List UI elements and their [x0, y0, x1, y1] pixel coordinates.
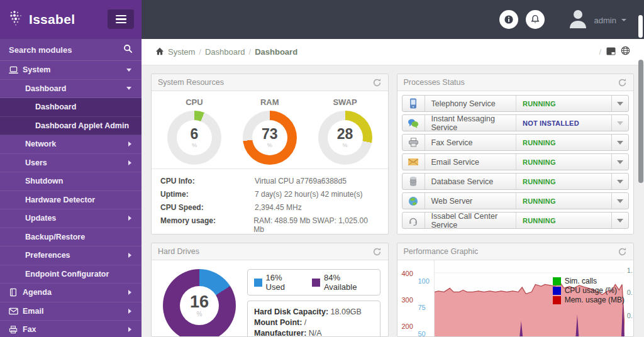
info-icon — [504, 14, 514, 25]
process-dropdown-button[interactable] — [611, 96, 628, 111]
panel-title: Processes Status — [404, 78, 465, 87]
process-row-email[interactable]: Email Service RUNNING — [402, 153, 630, 170]
sidebar-item-preferences[interactable]: Preferences — [0, 246, 142, 265]
caret-down-icon — [621, 19, 626, 21]
sidebar-item-agenda[interactable]: Agenda — [0, 284, 142, 302]
process-row-web-server[interactable]: Web Server RUNNING — [402, 192, 630, 209]
hard-drives-panel: Hard Drives 16% 16% Used 84% Available H… — [151, 243, 389, 337]
cpu-gauge: CPU 6% — [167, 97, 221, 165]
system-resources-panel: System Resources CPU 6% RAM 73% SWAP 28% — [151, 74, 389, 235]
breadcrumb-current: Dashboard — [255, 47, 297, 57]
topbar: admin — [142, 0, 644, 39]
username: admin — [594, 16, 616, 25]
sidebar-item-updates[interactable]: Updates — [0, 209, 142, 228]
performance-chart: 400 300 200 100 75 50 1. 0. 0. 0. Sim. c… — [397, 260, 634, 336]
panel-title: Hard Drives — [158, 247, 199, 256]
refresh-icon[interactable] — [372, 78, 382, 87]
axis-tick: 0. — [627, 289, 633, 296]
home-icon[interactable] — [155, 47, 164, 58]
chevron-right-icon — [128, 309, 131, 314]
status-badge: RUNNING — [516, 193, 611, 209]
sidebar-item-dashboard[interactable]: Dashboard — [0, 80, 142, 99]
refresh-icon[interactable] — [618, 247, 627, 257]
axis-tick: 75 — [418, 304, 426, 311]
language-globe-icon[interactable] — [621, 46, 630, 58]
status-badge: RUNNING — [516, 174, 611, 189]
process-dropdown-button[interactable] — [611, 213, 628, 228]
sidebar-item-network[interactable]: Network — [0, 135, 142, 154]
fax-icon — [9, 326, 23, 334]
breadcrumb-system[interactable]: System — [168, 47, 195, 57]
scrollbar-fragment[interactable] — [638, 15, 643, 38]
avatar — [567, 8, 589, 33]
sidebar-item-dashboard-sub[interactable]: Dashboard — [0, 98, 142, 117]
database-icon — [402, 174, 425, 189]
search-icon[interactable] — [123, 44, 133, 56]
axis-tick: 300 — [402, 296, 413, 304]
process-dropdown-button[interactable] — [611, 135, 628, 150]
chevron-right-icon — [128, 290, 131, 295]
axis-tick: 200 — [402, 323, 413, 330]
sidebar-item-backup-restore[interactable]: Backup/Restore — [0, 228, 142, 247]
telephony-icon — [402, 96, 425, 111]
process-dropdown-button[interactable] — [611, 193, 628, 209]
sidebar-item-hardware-detector[interactable]: Hardware Detector — [0, 191, 142, 210]
processes-status-panel: Processes Status Telephony Service RUNNI… — [397, 74, 635, 235]
process-row-instant-messaging[interactable]: Instant Messaging Service NOT INSTALLED — [402, 114, 630, 131]
chevron-down-icon — [126, 87, 131, 90]
sidebar-item-users[interactable]: Users — [0, 154, 142, 173]
sidebar-item-email[interactable]: Email — [0, 302, 142, 321]
sidebar-item-system[interactable]: System — [0, 61, 142, 80]
sidebar-item-fax[interactable]: Fax — [0, 321, 142, 337]
breadcrumb-dashboard[interactable]: Dashboard — [205, 47, 245, 57]
chevron-right-icon — [128, 160, 131, 165]
chevron-right-icon — [128, 253, 131, 258]
instant-messaging-icon — [402, 115, 425, 131]
sidebar-item-dashboard-applet-admin[interactable]: Dashboard Applet Admin — [0, 117, 142, 136]
book-icon — [9, 288, 23, 297]
sidebar-item-endpoint-configurator[interactable]: Endpoint Configurator — [0, 265, 142, 284]
user-menu[interactable]: admin — [567, 8, 626, 33]
disk-legend: 16% Used 84% Available — [247, 269, 380, 296]
swap-gauge: SWAP 28% — [318, 97, 372, 165]
chart-legend: Sim. calls CPU usage (%) Mem. usage (MB) — [553, 277, 625, 305]
panel-title: System Resources — [158, 78, 224, 87]
bell-icon — [530, 14, 540, 25]
refresh-icon[interactable] — [372, 247, 382, 257]
email-service-icon — [402, 154, 425, 170]
axis-tick: 100 — [418, 277, 430, 285]
logo-area: Issabel — [0, 0, 142, 39]
status-badge: RUNNING — [516, 154, 611, 170]
chevron-right-icon — [128, 327, 131, 332]
performance-graphic-panel: Performance Graphic 400 300 200 100 75 5… — [397, 243, 635, 337]
breadcrumb: System / Dashboard / Dashboard / — [142, 39, 644, 65]
sidebar-toggle-button[interactable] — [108, 9, 134, 29]
scrollbar-thumb[interactable] — [638, 60, 643, 183]
chevron-right-icon — [128, 216, 131, 221]
process-dropdown-button[interactable] — [611, 115, 628, 131]
axis-tick: 1. — [627, 267, 633, 274]
status-badge: RUNNING — [516, 135, 611, 150]
notifications-button[interactable] — [526, 10, 545, 29]
issabel-logo-icon — [9, 9, 24, 30]
status-badge: RUNNING — [516, 96, 611, 111]
status-badge: RUNNING — [516, 213, 611, 228]
refresh-icon[interactable] — [618, 78, 627, 87]
process-dropdown-button[interactable] — [611, 154, 628, 170]
search-input[interactable] — [9, 45, 123, 55]
process-dropdown-button[interactable] — [611, 174, 628, 189]
axis-tick: 50 — [418, 330, 426, 337]
system-info: CPU Info:Virtual CPU a7769a6388d5 Uptime… — [152, 168, 388, 235]
chevron-down-icon — [126, 69, 131, 72]
axis-tick: 0. — [627, 312, 633, 319]
envelope-icon — [9, 307, 23, 315]
process-row-fax[interactable]: Fax Service RUNNING — [402, 134, 630, 151]
process-row-telephony[interactable]: Telephony Service RUNNING — [402, 95, 630, 112]
sidebar-item-shutdown[interactable]: Shutdown — [0, 172, 142, 191]
display-mode-icon[interactable] — [606, 47, 616, 58]
process-row-call-center[interactable]: Issabel Call Center Service RUNNING — [402, 212, 630, 229]
process-row-database[interactable]: Database Service RUNNING — [402, 173, 630, 190]
axis-tick: 400 — [402, 270, 413, 277]
disk-details: Hard Disk Capacity: 18.09GB Mount Point:… — [247, 301, 380, 337]
info-button[interactable] — [499, 10, 518, 29]
